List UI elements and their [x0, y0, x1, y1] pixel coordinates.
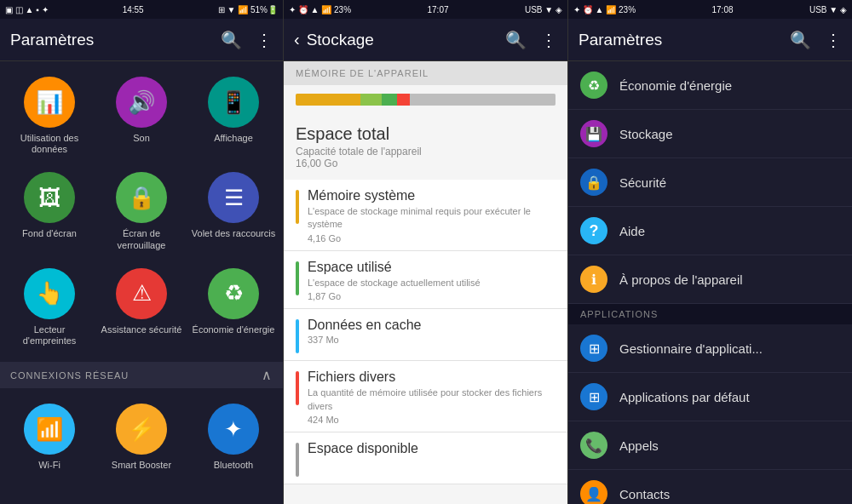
grid-item-fond-ecran[interactable]: 🖼 Fond d'écran — [3, 163, 95, 259]
middle-status-icons-left: ✦ ⏰ ▲ 📶 23% — [289, 5, 351, 14]
applications-defaut-label: Applications par défaut — [619, 390, 750, 404]
app-section-label: APPLICATIONS — [580, 309, 658, 319]
smart-booster-label: Smart Booster — [112, 460, 171, 471]
storage-bar-cache — [382, 94, 397, 106]
memoire-systeme-indicator — [296, 190, 299, 224]
grid-item-volet-raccourcis[interactable]: ☰ Volet des raccourcis — [187, 163, 279, 259]
storage-bar-container — [284, 85, 567, 114]
app-section-header: APPLICATIONS — [568, 304, 852, 324]
right-status-time: 17:08 — [711, 5, 733, 14]
network-section-label: CONNEXIONS RÉSEAU — [10, 370, 129, 381]
menu-item-contacts[interactable]: 👤 Contacts — [568, 470, 852, 504]
appels-icon: 📞 — [580, 432, 607, 459]
a-propos-menu-icon: ℹ — [580, 266, 607, 293]
wifi-icon: 📶 — [24, 404, 75, 455]
affichage-label: Affichage — [214, 133, 253, 144]
storage-item-espace-disponible[interactable]: Espace disponible — [284, 432, 567, 484]
assistance-securite-label: Assistance sécurité — [101, 324, 182, 335]
grid-item-smart-booster[interactable]: ⚡ Smart Booster — [95, 395, 187, 479]
espace-utilise-indicator — [296, 261, 299, 295]
contacts-label: Contacts — [619, 487, 670, 501]
middle-search-icon[interactable]: 🔍 — [505, 30, 527, 50]
left-status-bar: ▣ ◫ ▲ ▪ ✦ 14:55 ⊞ ▼ 📶 51%🔋 — [0, 0, 283, 19]
fichiers-divers-value: 424 Mo — [308, 415, 556, 425]
menu-item-appels[interactable]: 📞 Appels — [568, 421, 852, 470]
grid-item-assistance-securite[interactable]: ⚠ Assistance sécurité — [95, 260, 187, 355]
memoire-systeme-desc: L'espace de stockage minimal requis pour… — [308, 205, 556, 232]
gestionnaire-applications-label: Gestionnaire d'applicati... — [619, 341, 763, 356]
espace-disponible-content: Espace disponible — [308, 441, 556, 456]
network-section-header[interactable]: CONNEXIONS RÉSEAU ∧ — [0, 362, 283, 388]
network-chevron-icon: ∧ — [262, 367, 273, 383]
lecteur-empreintes-label: Lecteur d'empreintes — [7, 324, 92, 346]
stockage-menu-label: Stockage — [619, 127, 673, 141]
economie-energie-left-icon: ♻ — [208, 268, 259, 319]
menu-item-a-propos[interactable]: ℹ À propos de l'appareil — [568, 255, 852, 304]
back-icon[interactable]: ‹ — [294, 30, 300, 49]
son-label: Son — [133, 133, 150, 144]
fichiers-divers-title: Fichiers divers — [308, 369, 556, 385]
storage-section-label: MÉMOIRE DE L'APPAREIL — [296, 68, 429, 78]
memoire-systeme-content: Mémoire système L'espace de stockage min… — [308, 188, 556, 243]
grid-item-lecteur-empreintes[interactable]: 👆 Lecteur d'empreintes — [3, 260, 95, 355]
grid-item-affichage[interactable]: 📱 Affichage — [187, 68, 279, 163]
menu-item-applications-defaut[interactable]: ⊞ Applications par défaut — [568, 373, 852, 421]
left-more-icon[interactable]: ⋮ — [256, 30, 273, 50]
right-more-icon[interactable]: ⋮ — [825, 30, 842, 50]
fond-ecran-icon: 🖼 — [24, 172, 75, 223]
menu-item-economie-energie[interactable]: ♻ Économie d'énergie — [568, 61, 852, 110]
storage-total: Espace total Capacité totale de l'appare… — [284, 114, 567, 180]
storage-bar — [296, 94, 556, 106]
memoire-systeme-value: 4,16 Go — [308, 233, 556, 243]
storage-bar-used — [360, 94, 381, 106]
appels-label: Appels — [619, 438, 659, 453]
espace-disponible-indicator — [296, 443, 299, 477]
right-menu-list: ♻ Économie d'énergie 💾 Stockage 🔒 Sécuri… — [568, 61, 852, 504]
donnees-cache-content: Données en cache 337 Mo — [308, 318, 556, 345]
menu-item-stockage[interactable]: 💾 Stockage — [568, 110, 852, 158]
right-status-bar: ✦ ⏰ ▲ 📶 23% 17:08 USB ▼ ◈ — [568, 0, 852, 19]
middle-title: Stockage — [307, 31, 505, 49]
espace-utilise-title: Espace utilisé — [308, 260, 556, 275]
menu-item-aide[interactable]: ? Aide — [568, 207, 852, 255]
applications-defaut-icon: ⊞ — [580, 383, 607, 410]
son-icon: 🔊 — [116, 77, 167, 128]
donnees-cache-title: Données en cache — [308, 318, 556, 333]
left-grid: 📊 Utilisation des données 🔊 Son 📱 Affich… — [0, 61, 283, 362]
left-title: Paramètres — [10, 31, 221, 49]
right-search-icon[interactable]: 🔍 — [790, 30, 811, 50]
grid-item-son[interactable]: 🔊 Son — [95, 68, 187, 163]
grid-item-bluetooth[interactable]: ✦ Bluetooth — [187, 395, 279, 479]
utilisation-icon: 📊 — [24, 77, 75, 128]
utilisation-label: Utilisation des données — [7, 133, 92, 155]
middle-panel: ✦ ⏰ ▲ 📶 23% 17:07 USB ▼ ◈ ‹ Stockage 🔍 ⋮… — [284, 0, 568, 504]
left-status-time: 14:55 — [123, 5, 144, 14]
grid-item-utilisation[interactable]: 📊 Utilisation des données — [3, 68, 95, 163]
grid-item-economie-energie-left[interactable]: ♻ Économie d'énergie — [187, 260, 279, 355]
storage-item-memoire-systeme[interactable]: Mémoire système L'espace de stockage min… — [284, 180, 567, 251]
donnees-cache-indicator — [296, 319, 299, 353]
middle-status-bar: ✦ ⏰ ▲ 📶 23% 17:07 USB ▼ ◈ — [284, 0, 567, 19]
left-panel: ▣ ◫ ▲ ▪ ✦ 14:55 ⊞ ▼ 📶 51%🔋 Paramètres 🔍 … — [0, 0, 284, 504]
ecran-verrouillage-label: Écran de verrouillage — [99, 228, 184, 250]
storage-section-header: MÉMOIRE DE L'APPAREIL — [284, 61, 567, 85]
ecran-verrouillage-icon: 🔒 — [116, 172, 167, 223]
grid-item-ecran-verrouillage[interactable]: 🔒 Écran de verrouillage — [95, 163, 187, 259]
bluetooth-icon: ✦ — [208, 404, 259, 455]
economie-energie-menu-icon: ♻ — [580, 72, 607, 99]
wifi-label: Wi-Fi — [38, 460, 60, 471]
middle-more-icon[interactable]: ⋮ — [540, 30, 557, 50]
menu-item-securite[interactable]: 🔒 Sécurité — [568, 158, 852, 207]
storage-bar-misc — [397, 94, 410, 106]
aide-menu-label: Aide — [619, 224, 645, 238]
left-search-icon[interactable]: 🔍 — [221, 30, 242, 50]
storage-item-espace-utilise[interactable]: Espace utilisé L'espace de stockage actu… — [284, 251, 567, 309]
right-top-bar-icons: 🔍 ⋮ — [790, 30, 842, 50]
lecteur-empreintes-icon: 👆 — [24, 268, 75, 319]
storage-item-donnees-cache[interactable]: Données en cache 337 Mo — [284, 309, 567, 361]
storage-item-fichiers-divers[interactable]: Fichiers divers La quantité de mémoire u… — [284, 361, 567, 432]
grid-item-wifi[interactable]: 📶 Wi-Fi — [3, 395, 95, 479]
espace-utilise-value: 1,87 Go — [308, 291, 556, 301]
middle-status-time: 17:07 — [427, 5, 448, 14]
menu-item-gestionnaire-applications[interactable]: ⊞ Gestionnaire d'applicati... — [568, 324, 852, 373]
